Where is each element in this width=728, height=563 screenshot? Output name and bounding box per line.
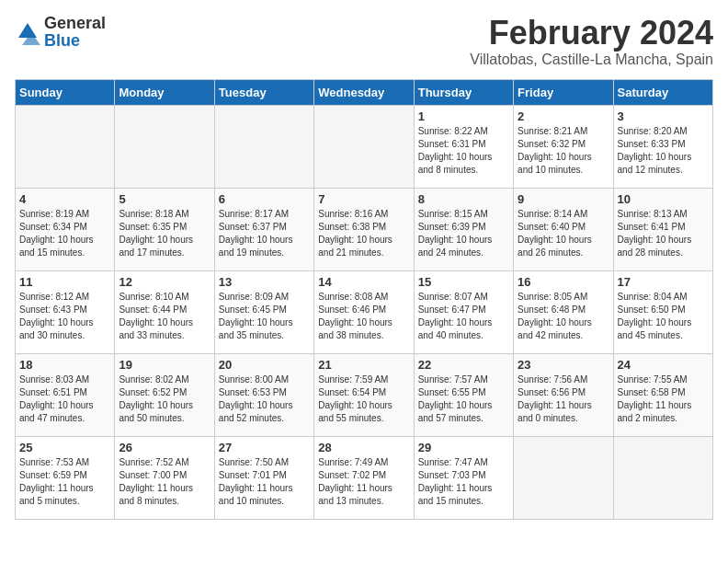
day-info: Sunrise: 7:49 AM Sunset: 7:02 PM Dayligh… [318, 456, 409, 508]
calendar-cell: 27Sunrise: 7:50 AM Sunset: 7:01 PM Dayli… [214, 436, 313, 519]
day-number: 12 [119, 275, 210, 289]
calendar-cell [314, 105, 414, 188]
day-number: 16 [518, 275, 609, 289]
calendar-cell: 29Sunrise: 7:47 AM Sunset: 7:03 PM Dayli… [414, 436, 513, 519]
day-info: Sunrise: 8:09 AM Sunset: 6:45 PM Dayligh… [219, 291, 310, 342]
calendar-cell [613, 436, 712, 519]
day-number: 17 [618, 275, 709, 289]
logo: General Blue [15, 15, 106, 50]
day-number: 3 [618, 109, 709, 123]
weekday-header-tuesday: Tuesday [214, 79, 313, 105]
calendar-cell: 6Sunrise: 8:17 AM Sunset: 6:37 PM Daylig… [214, 188, 313, 270]
calendar-week-row: 4Sunrise: 8:19 AM Sunset: 6:34 PM Daylig… [16, 188, 713, 270]
calendar-cell: 9Sunrise: 8:14 AM Sunset: 6:40 PM Daylig… [514, 188, 613, 270]
day-info: Sunrise: 8:21 AM Sunset: 6:32 PM Dayligh… [518, 125, 609, 177]
day-number: 20 [219, 358, 310, 372]
calendar-cell: 22Sunrise: 7:57 AM Sunset: 6:55 PM Dayli… [414, 353, 513, 436]
logo-icon [15, 19, 40, 45]
calendar-cell: 19Sunrise: 8:02 AM Sunset: 6:52 PM Dayli… [115, 353, 214, 436]
calendar-cell: 25Sunrise: 7:53 AM Sunset: 6:59 PM Dayli… [16, 436, 115, 519]
calendar-cell: 28Sunrise: 7:49 AM Sunset: 7:02 PM Dayli… [314, 436, 414, 519]
day-info: Sunrise: 8:05 AM Sunset: 6:48 PM Dayligh… [518, 291, 609, 342]
day-number: 18 [19, 358, 110, 372]
calendar-week-row: 1Sunrise: 8:22 AM Sunset: 6:31 PM Daylig… [16, 105, 713, 188]
calendar-table: SundayMondayTuesdayWednesdayThursdayFrid… [15, 79, 713, 520]
day-number: 14 [318, 275, 409, 289]
day-info: Sunrise: 7:52 AM Sunset: 7:00 PM Dayligh… [119, 456, 210, 508]
day-info: Sunrise: 7:57 AM Sunset: 6:55 PM Dayligh… [418, 373, 509, 425]
header: General Blue February 2024 Villatobas, C… [15, 15, 713, 68]
day-number: 15 [418, 275, 509, 289]
day-info: Sunrise: 8:07 AM Sunset: 6:47 PM Dayligh… [418, 291, 509, 342]
calendar-week-row: 18Sunrise: 8:03 AM Sunset: 6:51 PM Dayli… [16, 353, 713, 436]
calendar-cell: 13Sunrise: 8:09 AM Sunset: 6:45 PM Dayli… [214, 270, 313, 353]
calendar-cell: 10Sunrise: 8:13 AM Sunset: 6:41 PM Dayli… [613, 188, 712, 270]
calendar-cell: 1Sunrise: 8:22 AM Sunset: 6:31 PM Daylig… [414, 105, 513, 188]
calendar-cell [514, 436, 613, 519]
day-info: Sunrise: 8:15 AM Sunset: 6:39 PM Dayligh… [418, 208, 509, 259]
logo-general: General [44, 14, 106, 32]
calendar-cell [16, 105, 115, 188]
calendar-cell: 5Sunrise: 8:18 AM Sunset: 6:35 PM Daylig… [115, 188, 214, 270]
title-area: February 2024 Villatobas, Castille-La Ma… [470, 15, 713, 68]
day-number: 8 [418, 192, 509, 206]
calendar-cell: 18Sunrise: 8:03 AM Sunset: 6:51 PM Dayli… [16, 353, 115, 436]
weekday-header-wednesday: Wednesday [314, 79, 414, 105]
day-info: Sunrise: 7:47 AM Sunset: 7:03 PM Dayligh… [418, 456, 509, 508]
day-number: 4 [19, 192, 110, 206]
calendar-cell: 7Sunrise: 8:16 AM Sunset: 6:38 PM Daylig… [314, 188, 414, 270]
calendar-cell: 15Sunrise: 8:07 AM Sunset: 6:47 PM Dayli… [414, 270, 513, 353]
day-number: 22 [418, 358, 509, 372]
day-info: Sunrise: 8:12 AM Sunset: 6:43 PM Dayligh… [19, 291, 110, 342]
day-info: Sunrise: 8:08 AM Sunset: 6:46 PM Dayligh… [318, 291, 409, 342]
calendar-cell: 2Sunrise: 8:21 AM Sunset: 6:32 PM Daylig… [514, 105, 613, 188]
day-number: 24 [618, 358, 709, 372]
day-number: 9 [518, 192, 609, 206]
day-info: Sunrise: 8:03 AM Sunset: 6:51 PM Dayligh… [19, 373, 110, 425]
day-number: 7 [318, 192, 409, 206]
calendar-cell [115, 105, 214, 188]
calendar-subtitle: Villatobas, Castille-La Mancha, Spain [470, 52, 713, 68]
svg-marker-0 [18, 23, 37, 38]
day-number: 26 [119, 441, 210, 454]
day-info: Sunrise: 7:50 AM Sunset: 7:01 PM Dayligh… [219, 456, 310, 508]
day-number: 6 [219, 192, 310, 206]
calendar-cell: 4Sunrise: 8:19 AM Sunset: 6:34 PM Daylig… [16, 188, 115, 270]
calendar-cell: 12Sunrise: 8:10 AM Sunset: 6:44 PM Dayli… [115, 270, 214, 353]
day-info: Sunrise: 8:16 AM Sunset: 6:38 PM Dayligh… [318, 208, 409, 259]
day-info: Sunrise: 8:22 AM Sunset: 6:31 PM Dayligh… [418, 125, 509, 177]
calendar-cell [214, 105, 313, 188]
day-info: Sunrise: 8:19 AM Sunset: 6:34 PM Dayligh… [19, 208, 110, 259]
day-number: 19 [119, 358, 210, 372]
day-info: Sunrise: 8:04 AM Sunset: 6:50 PM Dayligh… [618, 291, 709, 342]
day-info: Sunrise: 7:56 AM Sunset: 6:56 PM Dayligh… [518, 373, 609, 425]
day-info: Sunrise: 8:02 AM Sunset: 6:52 PM Dayligh… [119, 373, 210, 425]
day-info: Sunrise: 8:13 AM Sunset: 6:41 PM Dayligh… [618, 208, 709, 259]
weekday-header-friday: Friday [514, 79, 613, 105]
calendar-cell: 11Sunrise: 8:12 AM Sunset: 6:43 PM Dayli… [16, 270, 115, 353]
calendar-title: February 2024 [470, 15, 713, 52]
day-number: 1 [418, 109, 509, 123]
weekday-header-thursday: Thursday [414, 79, 513, 105]
day-number: 28 [318, 441, 409, 454]
weekday-header-sunday: Sunday [16, 79, 115, 105]
weekday-header-saturday: Saturday [613, 79, 712, 105]
calendar-cell: 14Sunrise: 8:08 AM Sunset: 6:46 PM Dayli… [314, 270, 414, 353]
calendar-week-row: 11Sunrise: 8:12 AM Sunset: 6:43 PM Dayli… [16, 270, 713, 353]
day-number: 13 [219, 275, 310, 289]
day-info: Sunrise: 8:14 AM Sunset: 6:40 PM Dayligh… [518, 208, 609, 259]
day-number: 21 [318, 358, 409, 372]
weekday-header-row: SundayMondayTuesdayWednesdayThursdayFrid… [16, 79, 713, 105]
calendar-week-row: 25Sunrise: 7:53 AM Sunset: 6:59 PM Dayli… [16, 436, 713, 519]
day-info: Sunrise: 7:53 AM Sunset: 6:59 PM Dayligh… [19, 456, 110, 508]
calendar-cell: 26Sunrise: 7:52 AM Sunset: 7:00 PM Dayli… [115, 436, 214, 519]
day-info: Sunrise: 7:55 AM Sunset: 6:58 PM Dayligh… [618, 373, 709, 425]
calendar-cell: 23Sunrise: 7:56 AM Sunset: 6:56 PM Dayli… [514, 353, 613, 436]
day-number: 29 [418, 441, 509, 454]
day-info: Sunrise: 8:00 AM Sunset: 6:53 PM Dayligh… [219, 373, 310, 425]
calendar-cell: 17Sunrise: 8:04 AM Sunset: 6:50 PM Dayli… [613, 270, 712, 353]
calendar-cell: 16Sunrise: 8:05 AM Sunset: 6:48 PM Dayli… [514, 270, 613, 353]
logo-blue: Blue [44, 31, 80, 50]
calendar-cell: 3Sunrise: 8:20 AM Sunset: 6:33 PM Daylig… [613, 105, 712, 188]
day-info: Sunrise: 8:17 AM Sunset: 6:37 PM Dayligh… [219, 208, 310, 259]
